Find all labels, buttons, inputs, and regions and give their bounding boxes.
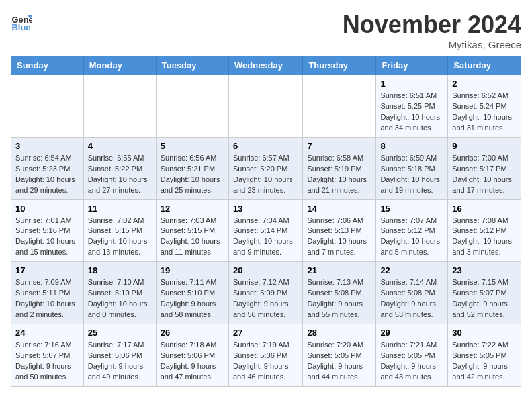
day-info: Sunrise: 7:03 AMSunset: 5:15 PMDaylight:… <box>161 216 224 259</box>
day-number: 18 <box>88 265 152 275</box>
calendar-cell: 16Sunrise: 7:08 AMSunset: 5:12 PMDayligh… <box>448 199 521 262</box>
calendar-cell: 24Sunrise: 7:16 AMSunset: 5:07 PMDayligh… <box>11 324 84 387</box>
weekday-header: Saturday <box>448 56 521 75</box>
day-number: 22 <box>380 265 443 275</box>
calendar-cell: 4Sunrise: 6:55 AMSunset: 5:22 PMDaylight… <box>83 137 156 199</box>
day-info: Sunrise: 7:13 AMSunset: 5:08 PMDaylight:… <box>307 277 371 320</box>
day-info: Sunrise: 7:22 AMSunset: 5:05 PMDaylight:… <box>452 340 517 383</box>
calendar-cell: 28Sunrise: 7:20 AMSunset: 5:05 PMDayligh… <box>303 324 376 387</box>
day-info: Sunrise: 6:59 AMSunset: 5:18 PMDaylight:… <box>380 153 443 196</box>
weekday-header: Thursday <box>303 56 376 75</box>
calendar-cell: 21Sunrise: 7:13 AMSunset: 5:08 PMDayligh… <box>303 262 376 324</box>
weekday-header: Friday <box>376 56 448 75</box>
day-info: Sunrise: 7:00 AMSunset: 5:17 PMDaylight:… <box>452 153 517 196</box>
day-number: 14 <box>307 203 371 214</box>
calendar-week: 10Sunrise: 7:01 AMSunset: 5:16 PMDayligh… <box>11 199 521 262</box>
calendar-cell: 12Sunrise: 7:03 AMSunset: 5:15 PMDayligh… <box>156 199 228 262</box>
day-number: 29 <box>380 328 443 338</box>
calendar-cell: 2Sunrise: 6:52 AMSunset: 5:24 PMDaylight… <box>448 75 521 138</box>
day-info: Sunrise: 7:19 AMSunset: 5:06 PMDaylight:… <box>233 340 298 383</box>
day-info: Sunrise: 7:12 AMSunset: 5:09 PMDaylight:… <box>233 277 298 320</box>
day-number: 2 <box>452 79 517 89</box>
day-number: 20 <box>233 265 298 275</box>
calendar-cell <box>83 75 156 138</box>
calendar-cell <box>11 75 84 138</box>
calendar-cell: 9Sunrise: 7:00 AMSunset: 5:17 PMDaylight… <box>448 137 521 199</box>
calendar-cell: 5Sunrise: 6:56 AMSunset: 5:21 PMDaylight… <box>156 137 228 199</box>
weekday-header: Monday <box>83 56 156 75</box>
day-info: Sunrise: 7:06 AMSunset: 5:13 PMDaylight:… <box>307 216 371 259</box>
day-number: 13 <box>233 203 298 214</box>
day-number: 6 <box>233 141 298 151</box>
calendar: SundayMondayTuesdayWednesdayThursdayFrid… <box>11 56 521 387</box>
day-info: Sunrise: 6:58 AMSunset: 5:19 PMDaylight:… <box>307 153 371 196</box>
day-number: 1 <box>380 79 443 89</box>
day-number: 24 <box>15 328 79 338</box>
calendar-cell <box>303 75 376 138</box>
day-info: Sunrise: 6:55 AMSunset: 5:22 PMDaylight:… <box>88 153 152 196</box>
calendar-cell <box>228 75 302 138</box>
day-info: Sunrise: 7:07 AMSunset: 5:12 PMDaylight:… <box>380 216 443 259</box>
day-info: Sunrise: 7:20 AMSunset: 5:05 PMDaylight:… <box>307 340 371 383</box>
calendar-cell: 7Sunrise: 6:58 AMSunset: 5:19 PMDaylight… <box>303 137 376 199</box>
calendar-cell: 6Sunrise: 6:57 AMSunset: 5:20 PMDaylight… <box>228 137 302 199</box>
calendar-week: 24Sunrise: 7:16 AMSunset: 5:07 PMDayligh… <box>11 324 521 387</box>
day-info: Sunrise: 6:56 AMSunset: 5:21 PMDaylight:… <box>161 153 224 196</box>
day-number: 27 <box>233 328 298 338</box>
calendar-week: 1Sunrise: 6:51 AMSunset: 5:25 PMDaylight… <box>11 75 521 138</box>
day-info: Sunrise: 7:14 AMSunset: 5:08 PMDaylight:… <box>380 277 443 320</box>
weekday-header: Tuesday <box>156 56 228 75</box>
logo-icon: General Blue <box>11 11 32 32</box>
day-number: 26 <box>161 328 224 338</box>
calendar-cell: 3Sunrise: 6:54 AMSunset: 5:23 PMDaylight… <box>11 137 84 199</box>
day-number: 23 <box>452 265 517 275</box>
day-info: Sunrise: 7:04 AMSunset: 5:14 PMDaylight:… <box>233 216 298 259</box>
calendar-cell: 27Sunrise: 7:19 AMSunset: 5:06 PMDayligh… <box>228 324 302 387</box>
weekday-header: Sunday <box>11 56 84 75</box>
calendar-cell: 10Sunrise: 7:01 AMSunset: 5:16 PMDayligh… <box>11 199 84 262</box>
day-info: Sunrise: 6:51 AMSunset: 5:25 PMDaylight:… <box>380 91 443 134</box>
day-number: 8 <box>380 141 443 151</box>
day-info: Sunrise: 7:21 AMSunset: 5:05 PMDaylight:… <box>380 340 443 383</box>
calendar-cell: 30Sunrise: 7:22 AMSunset: 5:05 PMDayligh… <box>448 324 521 387</box>
day-info: Sunrise: 7:09 AMSunset: 5:11 PMDaylight:… <box>15 277 79 320</box>
day-number: 30 <box>452 328 517 338</box>
day-number: 5 <box>161 141 224 151</box>
calendar-body: 1Sunrise: 6:51 AMSunset: 5:25 PMDaylight… <box>11 75 521 387</box>
day-info: Sunrise: 7:01 AMSunset: 5:16 PMDaylight:… <box>15 216 79 259</box>
calendar-week: 17Sunrise: 7:09 AMSunset: 5:11 PMDayligh… <box>11 262 521 324</box>
day-number: 16 <box>452 203 517 214</box>
day-info: Sunrise: 7:18 AMSunset: 5:06 PMDaylight:… <box>161 340 224 383</box>
day-info: Sunrise: 7:17 AMSunset: 5:06 PMDaylight:… <box>88 340 152 383</box>
calendar-cell: 13Sunrise: 7:04 AMSunset: 5:14 PMDayligh… <box>228 199 302 262</box>
calendar-cell: 25Sunrise: 7:17 AMSunset: 5:06 PMDayligh… <box>83 324 156 387</box>
calendar-cell: 1Sunrise: 6:51 AMSunset: 5:25 PMDaylight… <box>376 75 448 138</box>
day-info: Sunrise: 7:08 AMSunset: 5:12 PMDaylight:… <box>452 216 517 259</box>
calendar-cell: 22Sunrise: 7:14 AMSunset: 5:08 PMDayligh… <box>376 262 448 324</box>
title-area: November 2024 Mytikas, Greece <box>343 11 521 50</box>
calendar-cell <box>156 75 228 138</box>
svg-text:Blue: Blue <box>12 22 31 32</box>
header: General Blue November 2024 Mytikas, Gree… <box>11 11 521 50</box>
calendar-cell: 19Sunrise: 7:11 AMSunset: 5:10 PMDayligh… <box>156 262 228 324</box>
calendar-cell: 15Sunrise: 7:07 AMSunset: 5:12 PMDayligh… <box>376 199 448 262</box>
day-info: Sunrise: 6:52 AMSunset: 5:24 PMDaylight:… <box>452 91 517 134</box>
calendar-header: SundayMondayTuesdayWednesdayThursdayFrid… <box>11 56 521 75</box>
day-number: 28 <box>307 328 371 338</box>
day-info: Sunrise: 6:57 AMSunset: 5:20 PMDaylight:… <box>233 153 298 196</box>
day-number: 15 <box>380 203 443 214</box>
day-info: Sunrise: 6:54 AMSunset: 5:23 PMDaylight:… <box>15 153 79 196</box>
day-number: 21 <box>307 265 371 275</box>
calendar-week: 3Sunrise: 6:54 AMSunset: 5:23 PMDaylight… <box>11 137 521 199</box>
day-info: Sunrise: 7:11 AMSunset: 5:10 PMDaylight:… <box>161 277 224 320</box>
calendar-cell: 20Sunrise: 7:12 AMSunset: 5:09 PMDayligh… <box>228 262 302 324</box>
day-number: 25 <box>88 328 152 338</box>
logo: General Blue <box>11 11 32 32</box>
day-number: 19 <box>161 265 224 275</box>
calendar-cell: 11Sunrise: 7:02 AMSunset: 5:15 PMDayligh… <box>83 199 156 262</box>
day-number: 3 <box>15 141 79 151</box>
calendar-cell: 29Sunrise: 7:21 AMSunset: 5:05 PMDayligh… <box>376 324 448 387</box>
calendar-cell: 18Sunrise: 7:10 AMSunset: 5:10 PMDayligh… <box>83 262 156 324</box>
day-info: Sunrise: 7:15 AMSunset: 5:07 PMDaylight:… <box>452 277 517 320</box>
day-number: 11 <box>88 203 152 214</box>
